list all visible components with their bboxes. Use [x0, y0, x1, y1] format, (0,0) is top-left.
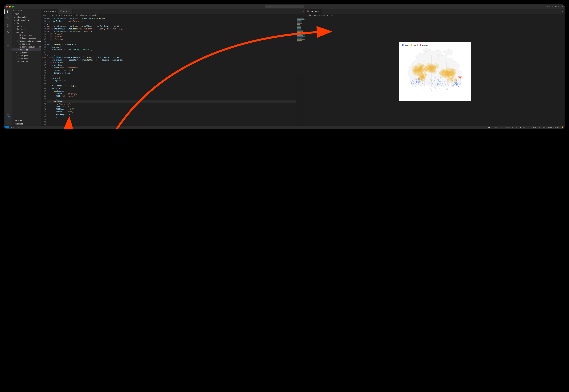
source-control-icon[interactable]: [6, 24, 10, 27]
cursor-position[interactable]: Ln 72, Col 19: [488, 126, 502, 128]
svg-point-482: [447, 81, 448, 81]
layout-panel-icon[interactable]: ▥: [552, 5, 553, 8]
minimap[interactable]: [296, 17, 305, 126]
svg-point-376: [420, 81, 420, 81]
copilot-status-icon[interactable]: [543, 126, 545, 128]
breadcrumb-item[interactable]: 🖼 map.png: [323, 14, 333, 16]
svg-point-461: [440, 77, 441, 78]
svg-point-147: [425, 77, 425, 77]
editor-tab[interactable]: TSmain.ts×: [41, 9, 58, 14]
svg-point-50: [413, 69, 414, 69]
breadcrumb-item[interactable]: TypeScript: [63, 14, 73, 16]
explorer-more-icon[interactable]: ⋯: [38, 10, 39, 12]
nav-back-icon[interactable]: ←: [64, 5, 65, 8]
line-gutter: 394041424344454647484950515253●545556575…: [41, 17, 47, 126]
split-editor-icon[interactable]: ▫▫: [299, 10, 301, 13]
file-row[interactable]: {}provinces.geojson: [12, 45, 41, 48]
file-row[interactable]: 🖼chart.png: [12, 33, 41, 36]
search-icon[interactable]: [6, 17, 10, 20]
svg-point-462: [437, 80, 438, 80]
remote-indicator[interactable]: [4, 126, 9, 128]
code-editor[interactable]: 394041424344454647484950515253●545556575…: [41, 17, 305, 126]
breadcrumb-item[interactable]: sda: [43, 14, 46, 16]
file-row[interactable]: {}deno.json: [12, 54, 41, 57]
encoding[interactable]: UTF-8: [515, 126, 521, 128]
breadcrumbs-right[interactable]: sda›output›🖼 map.png: [306, 14, 565, 17]
svg-point-158: [424, 75, 425, 76]
file-row[interactable]: ▦firesInsideProvinces.csv: [12, 39, 41, 42]
svg-point-387: [414, 80, 414, 80]
indentation[interactable]: Spaces: 2: [504, 126, 513, 128]
svg-point-405: [446, 88, 446, 89]
svg-rect-9: [8, 39, 9, 40]
editor-tab[interactable]: 🖼map.png: [58, 9, 73, 14]
svg-rect-7: [7, 38, 8, 39]
accounts-icon[interactable]: 1: [6, 114, 10, 117]
folder-row[interactable]: ⌄sda: [12, 22, 41, 25]
svg-point-540: [456, 80, 456, 81]
file-row[interactable]: ⓘREADME.md: [12, 60, 41, 63]
breadcrumb-item[interactable]: output: [314, 14, 320, 16]
breadcrumbs-left[interactable]: sda›TS main.ts›TypeScript›⦿ makeMap›⦾ ma…: [41, 14, 305, 17]
extensions-icon[interactable]: [6, 37, 10, 41]
problems-indicator[interactable]: ⊘ 0 ⚠ 0: [11, 126, 20, 128]
close-tab-icon[interactable]: ×: [55, 10, 56, 13]
folder-row[interactable]: ›node_modules: [12, 19, 41, 22]
file-row[interactable]: {}deno.lock: [12, 57, 41, 60]
breadcrumb-item[interactable]: ⦾ marks: [89, 14, 97, 16]
search-text: test: [268, 6, 273, 8]
layout-sidebar-left-icon[interactable]: ◧: [555, 5, 556, 8]
eol[interactable]: LF: [523, 126, 525, 128]
runtime-version[interactable]: Deno 2.1.10: [548, 126, 559, 128]
svg-point-458: [437, 84, 438, 84]
close-window-icon[interactable]: [6, 6, 8, 8]
language-mode[interactable]: {} TypeScript: [527, 126, 541, 128]
layout-bottom-icon[interactable]: ⬓: [558, 5, 560, 8]
close-tab-icon[interactable]: ×: [320, 10, 321, 13]
timeline-section[interactable]: ›TIMELINE: [12, 122, 41, 126]
svg-point-352: [419, 85, 419, 85]
svg-point-380: [417, 85, 417, 86]
window-frame: ← → ⌕ test ⌄ ▥ ◧ ⬓ ◨ 1: [4, 4, 565, 129]
svg-point-372: [420, 82, 421, 83]
nav-forward-icon[interactable]: →: [68, 5, 69, 8]
folder-row[interactable]: ⌄output: [12, 30, 41, 33]
testing-icon[interactable]: [6, 44, 10, 48]
breadcrumb-item[interactable]: TS main.ts: [49, 14, 60, 16]
svg-point-311: [448, 81, 449, 83]
folder-row[interactable]: ›helpers: [12, 28, 41, 30]
editor-tab[interactable]: 🖼map.png×: [306, 9, 322, 14]
outline-section[interactable]: ›OUTLINE: [12, 119, 41, 122]
svg-point-349: [415, 81, 416, 81]
more-actions-icon[interactable]: ⋯: [562, 10, 563, 13]
settings-gear-icon[interactable]: [6, 120, 10, 124]
layout-sidebar-right-icon[interactable]: ◨: [562, 5, 563, 8]
notifications-icon[interactable]: 🔔: [561, 126, 563, 128]
svg-point-375: [412, 80, 413, 81]
more-actions-icon[interactable]: ⋯: [303, 10, 304, 13]
run-debug-icon[interactable]: [6, 30, 10, 34]
maximize-window-icon[interactable]: [12, 6, 14, 8]
breadcrumb-item[interactable]: ⦿ makeMap: [76, 14, 87, 16]
folder-row[interactable]: ›.sda-cache: [12, 16, 41, 19]
minimize-window-icon[interactable]: [9, 6, 11, 8]
svg-point-370: [420, 80, 420, 80]
svg-point-563: [462, 77, 463, 78]
file-row[interactable]: 🖼map.png: [12, 42, 41, 45]
file-row[interactable]: TSmain.ts: [12, 48, 41, 51]
code-content[interactable]: const provincesAndFires = await province…: [47, 17, 296, 126]
file-tree[interactable]: ›.sda-cache›node_modules⌄sda›data›helper…: [12, 16, 41, 119]
dropdown-icon[interactable]: ⌄: [549, 5, 550, 8]
svg-point-534: [454, 82, 455, 83]
svg-point-203: [431, 64, 432, 65]
svg-point-542: [458, 82, 459, 83]
breadcrumb-item[interactable]: sda: [307, 14, 311, 16]
folder-row[interactable]: ›data: [12, 25, 41, 28]
project-header[interactable]: ⌄TEST: [12, 13, 41, 16]
file-row[interactable]: ◆.gitignore: [12, 51, 41, 54]
file-row[interactable]: {}fires.geojson: [12, 36, 41, 39]
command-center-search[interactable]: ⌕ test: [265, 5, 304, 8]
copilot-icon[interactable]: [546, 5, 548, 8]
svg-point-476: [434, 80, 435, 81]
explorer-icon[interactable]: [6, 10, 10, 14]
